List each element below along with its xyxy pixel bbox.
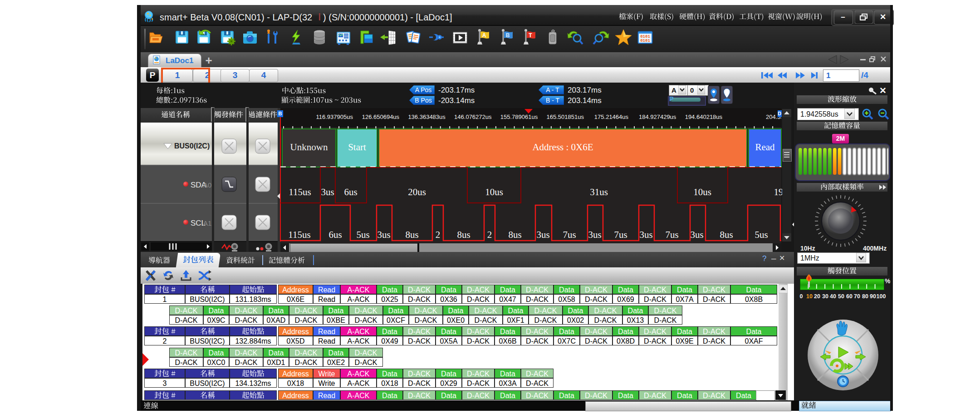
svg-text:A Pos: A Pos (415, 86, 432, 94)
svg-text:B - T: B - T (546, 97, 560, 104)
svg-text:B: B (506, 32, 510, 39)
svg-text:A: A (482, 32, 486, 39)
svg-text:T: T (529, 32, 532, 39)
svg-text:B Pos: B Pos (415, 97, 431, 104)
svg-text:0101: 0101 (640, 39, 650, 43)
svg-text:A - T: A - T (546, 86, 559, 94)
